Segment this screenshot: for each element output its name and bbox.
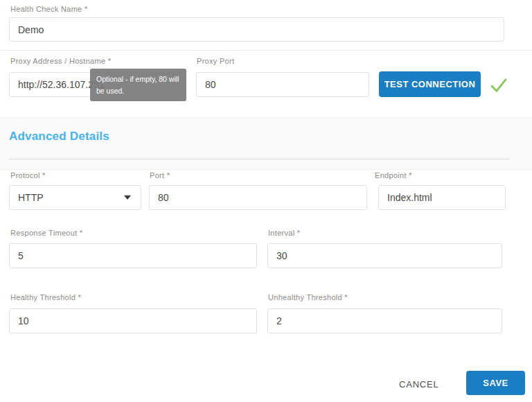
health-check-name-input[interactable] bbox=[9, 17, 504, 42]
save-button[interactable]: SAVE bbox=[466, 371, 525, 395]
section-divider bbox=[0, 50, 532, 51]
proxy-port-tooltip: Optional - if empty, 80 will be used. bbox=[90, 69, 186, 101]
connection-success-check-icon bbox=[488, 75, 509, 96]
advanced-details-title: Advanced Details bbox=[9, 130, 109, 143]
test-connection-button[interactable]: TEST CONNECTION bbox=[379, 71, 481, 97]
protocol-select[interactable]: HTTP bbox=[9, 185, 141, 210]
chevron-down-icon bbox=[124, 195, 131, 200]
protocol-selected-value: HTTP bbox=[18, 192, 44, 203]
unhealthy-threshold-label: Unhealthy Threshold * bbox=[268, 293, 348, 302]
advanced-details-band bbox=[0, 117, 532, 170]
interval-input[interactable] bbox=[267, 243, 502, 268]
proxy-port-label: Proxy Port bbox=[197, 57, 234, 65]
response-timeout-label: Response Timeout * bbox=[10, 229, 82, 237]
proxy-address-label: Proxy Address / Hostname * bbox=[10, 57, 111, 65]
endpoint-label: Endpoint * bbox=[375, 171, 412, 180]
response-timeout-input[interactable] bbox=[9, 243, 257, 268]
protocol-label: Protocol * bbox=[10, 171, 46, 180]
health-check-name-label: Health Check Name * bbox=[10, 5, 87, 13]
healthy-threshold-input[interactable] bbox=[9, 308, 257, 333]
healthy-threshold-label: Healthy Threshold * bbox=[10, 293, 81, 302]
port-input[interactable] bbox=[149, 185, 367, 210]
proxy-port-input[interactable] bbox=[196, 72, 369, 97]
unhealthy-threshold-input[interactable] bbox=[267, 308, 502, 333]
advanced-details-rule bbox=[9, 159, 510, 159]
cancel-button[interactable]: CANCEL bbox=[395, 374, 443, 394]
port-label: Port * bbox=[150, 171, 170, 180]
endpoint-input[interactable] bbox=[378, 185, 506, 210]
interval-label: Interval * bbox=[268, 229, 300, 237]
